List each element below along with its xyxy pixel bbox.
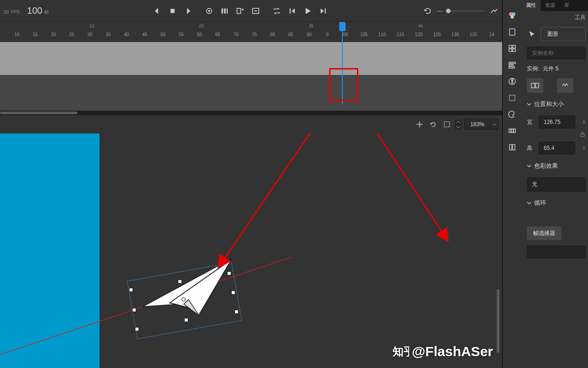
svg-point-29: [512, 13, 515, 16]
timeline-zoom-slider[interactable]: [447, 11, 484, 11]
svg-rect-20: [235, 310, 238, 314]
edit-multiple-icon[interactable]: [219, 5, 230, 16]
section-pos-size-label: 位置和大小: [534, 100, 564, 108]
loop-icon[interactable]: [271, 5, 282, 16]
ruler-tick: 110: [378, 32, 386, 37]
section-loop[interactable]: 循环: [521, 194, 588, 212]
frame-picker-button[interactable]: 帧选择器: [527, 226, 562, 240]
timeline-track[interactable]: [0, 42, 502, 111]
lock-aspect-icon[interactable]: [579, 131, 586, 139]
next-frame-button[interactable]: [318, 5, 329, 16]
svg-rect-42: [509, 95, 515, 101]
rotate-stage-icon[interactable]: [428, 119, 439, 130]
zoom-dropdown[interactable]: [490, 119, 498, 130]
ruler-second-label: 3s: [309, 23, 314, 28]
center-stage-icon[interactable]: [414, 119, 425, 130]
zoom-stepper[interactable]: [455, 120, 462, 129]
tab-assets[interactable]: 资源: [541, 0, 560, 11]
watermark: 知乎 @FlashASer: [393, 343, 493, 360]
svg-rect-50: [581, 134, 584, 137]
symbol-type-dropdown[interactable]: 图形: [541, 27, 586, 41]
section-color-fx[interactable]: 色彩效果: [521, 157, 588, 175]
right-toolstrip: [502, 0, 521, 368]
swap-symbol-button[interactable]: [527, 78, 543, 93]
ruler-tick: 70: [233, 32, 238, 37]
ruler-tick: 80: [270, 32, 275, 37]
symbol-type-label: 图形: [547, 30, 558, 38]
ruler-tick: 9: [326, 32, 329, 37]
svg-rect-19: [231, 291, 235, 294]
color-fx-value: 无: [532, 181, 537, 188]
zoom-value[interactable]: 183%: [465, 121, 490, 128]
ruler-tick: 14: [489, 32, 494, 37]
y-label: Y: [583, 146, 586, 151]
tab-library[interactable]: 库: [560, 0, 574, 11]
ruler-tick: 135: [470, 32, 478, 37]
x-label: X: [583, 120, 586, 125]
ruler-tick: 30: [87, 32, 92, 37]
width-input[interactable]: [539, 116, 575, 128]
align-icon[interactable]: [507, 59, 518, 70]
svg-rect-22: [132, 308, 136, 312]
library-icon[interactable]: [507, 142, 518, 153]
ruler-tick: 60: [197, 32, 202, 37]
swatches-icon[interactable]: [507, 125, 518, 136]
play-button[interactable]: [302, 5, 313, 16]
edit-symbol-button[interactable]: [557, 78, 573, 93]
remove-frame-icon[interactable]: [250, 5, 261, 16]
svg-rect-18: [227, 272, 231, 275]
fps-unit: FPS: [11, 10, 20, 15]
tab-props[interactable]: 属性: [521, 0, 541, 11]
ruler-tick: 115: [397, 32, 404, 37]
step-fwd-button[interactable]: [183, 5, 194, 16]
paper-plane-symbol: [137, 259, 240, 325]
info-icon[interactable]: [507, 76, 518, 87]
loop-input[interactable]: [527, 245, 586, 258]
fit-timeline-icon[interactable]: [488, 5, 499, 16]
svg-rect-46: [509, 144, 512, 150]
timeline-ruler[interactable]: 1s2s3s4s10152025303540455055606570758085…: [0, 22, 502, 42]
ruler-tick: 130: [452, 32, 459, 37]
panel-tabs: 属性资源库: [521, 0, 588, 11]
ruler-tick: 50: [160, 32, 165, 37]
instance-name-input[interactable]: [527, 47, 586, 59]
svg-text:知乎: 知乎: [393, 345, 409, 357]
color-swatch-icon[interactable]: [507, 10, 518, 21]
stage-scrollbar[interactable]: [497, 289, 499, 353]
step-back-button[interactable]: [152, 5, 163, 16]
stage[interactable]: 知乎 @FlashASer: [0, 133, 502, 368]
svg-rect-45: [514, 129, 515, 133]
transform-icon[interactable]: [507, 92, 518, 103]
ruler-tick: 125: [433, 32, 441, 37]
svg-rect-0: [171, 9, 175, 13]
fps-decimal: .00: [3, 10, 9, 15]
clip-stage-icon[interactable]: [441, 119, 452, 130]
grid-icon[interactable]: [507, 43, 518, 54]
section-pos-size[interactable]: 位置和大小: [521, 96, 588, 113]
ruler-tick: 45: [142, 32, 147, 37]
document-icon[interactable]: [507, 27, 518, 37]
section-color-fx-label: 色彩效果: [534, 162, 558, 170]
ruler-second-label: 2s: [199, 23, 204, 28]
prev-frame-button[interactable]: [287, 5, 298, 16]
scrollbar-thumb[interactable]: [0, 112, 78, 114]
color-fx-dropdown[interactable]: 无: [527, 177, 586, 192]
undo-icon[interactable]: [422, 5, 433, 16]
palette-icon[interactable]: [507, 109, 518, 120]
frame-picker-label: 帧选择器: [533, 229, 555, 237]
ruler-tick: 40: [124, 32, 129, 37]
section-loop-label: 循环: [534, 199, 546, 207]
stop-button[interactable]: [167, 5, 178, 16]
ruler-second-label: 4s: [418, 23, 423, 28]
svg-rect-34: [509, 49, 512, 52]
tools-link[interactable]: 工具: [575, 14, 586, 21]
svg-rect-35: [513, 49, 515, 52]
height-input[interactable]: [539, 142, 575, 155]
timeline-scrollbar[interactable]: [0, 111, 502, 115]
timeline-frame-span[interactable]: [0, 42, 502, 75]
properties-panel: 属性资源库 工具 图形 实例: 元件 5: [521, 0, 588, 368]
svg-point-2: [208, 10, 210, 12]
ruler-tick: 65: [215, 32, 220, 37]
onion-skin-icon[interactable]: [204, 5, 215, 16]
insert-frame-icon[interactable]: [235, 5, 246, 16]
